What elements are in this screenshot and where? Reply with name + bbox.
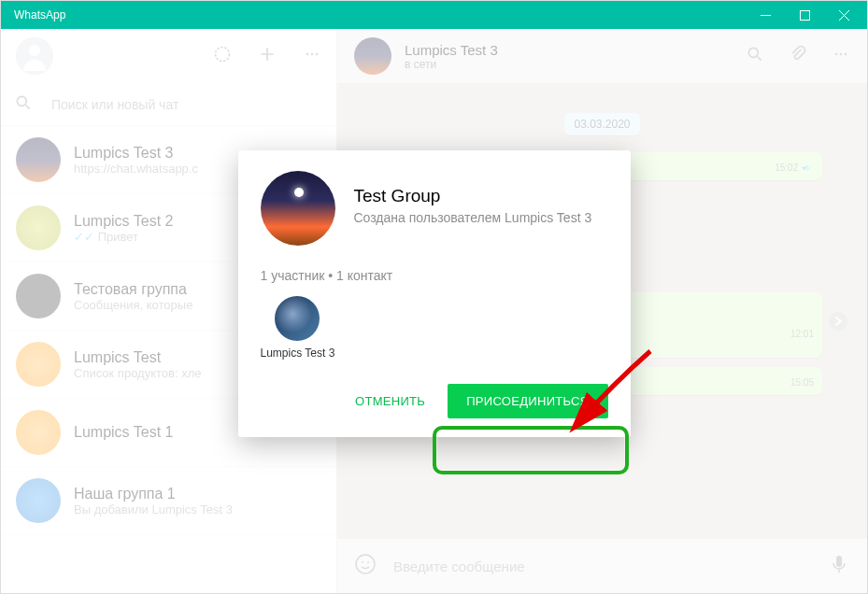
join-button[interactable]: ПРИСОЕДИНИТЬСЯ <box>448 384 607 418</box>
cancel-button[interactable]: ОТМЕНИТЬ <box>342 385 438 417</box>
maximize-button[interactable] <box>785 1 824 29</box>
group-subtitle: Создана пользователем Lumpics Test 3 <box>354 210 592 225</box>
group-meta: 1 участник • 1 контакт <box>261 268 608 283</box>
modal-overlay[interactable]: Test Group Создана пользователем Lumpics… <box>1 29 867 593</box>
participant-name: Lumpics Test 3 <box>261 346 335 360</box>
join-group-modal: Test Group Создана пользователем Lumpics… <box>238 150 631 437</box>
group-avatar <box>261 171 335 246</box>
participant-avatar <box>275 296 320 341</box>
close-button[interactable] <box>824 1 863 29</box>
minimize-button[interactable] <box>746 1 785 29</box>
window-controls <box>746 1 863 29</box>
window-title: WhatsApp <box>14 8 65 21</box>
participant-item: Lumpics Test 3 <box>261 296 335 360</box>
group-title: Test Group <box>354 186 592 206</box>
svg-rect-0 <box>800 10 809 20</box>
window-titlebar: WhatsApp <box>1 1 867 29</box>
